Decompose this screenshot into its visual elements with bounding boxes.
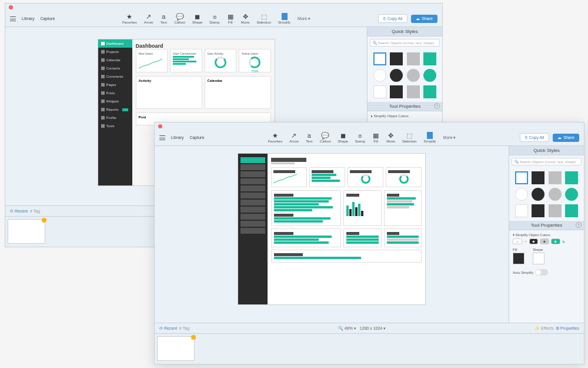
nav-dashboard: Dashboard	[98, 39, 132, 48]
tool-fill[interactable]: ▦Fill	[372, 132, 379, 143]
card-active: Active Users75%	[239, 49, 271, 72]
tool-text[interactable]: aText	[160, 13, 167, 24]
tool-favorites[interactable]: ★Favorites	[268, 132, 282, 143]
shape-icon: ◼	[339, 132, 346, 139]
thumbnail[interactable]	[8, 219, 45, 244]
star-icon: ★	[272, 132, 279, 139]
swatch[interactable]	[515, 171, 528, 184]
callout-icon: 💬	[176, 13, 183, 20]
tag-tab[interactable]: # Tag	[179, 326, 189, 330]
tool-simplify[interactable]: Simplify	[278, 13, 290, 24]
swatch[interactable]	[373, 52, 386, 65]
tool-arrow[interactable]: ↗Arrow	[289, 132, 299, 143]
swatch[interactable]	[532, 188, 544, 201]
swatch[interactable]	[565, 204, 578, 217]
card-conversions: User Conversions	[170, 49, 202, 72]
shape-preview[interactable]	[533, 253, 544, 264]
search-input[interactable]: 🔍 Search Objects (cursor, text, shape)	[370, 39, 440, 47]
close-icon[interactable]	[9, 5, 13, 9]
capture-tab[interactable]: Capture	[40, 16, 55, 21]
copy-all-button[interactable]: ⎘Copy All	[520, 133, 550, 142]
swatch[interactable]	[423, 85, 436, 98]
menu-icon[interactable]	[159, 135, 165, 140]
auto-simplify-toggle[interactable]	[535, 269, 548, 276]
tool-favorites[interactable]: ★Favorites	[122, 13, 137, 24]
copy-all-button[interactable]: ⎘Copy All	[378, 14, 408, 23]
dimensions[interactable]: 1280 x 1024 ▾	[360, 326, 386, 330]
tool-selection[interactable]: ⬚Selection	[402, 132, 417, 143]
recent-tab[interactable]: ⟳ Recent	[10, 209, 28, 213]
swatch[interactable]	[407, 85, 420, 98]
fill-color[interactable]	[513, 253, 524, 264]
swatch[interactable]	[549, 204, 562, 217]
nav-item: Tools	[98, 122, 132, 130]
tool-fill[interactable]: ▦Fill	[227, 13, 234, 24]
tool-selection[interactable]: ⬚Selection	[256, 13, 271, 24]
effects-button[interactable]: ✨ Effects	[534, 326, 553, 330]
nav-item: Posts	[98, 89, 132, 97]
tool-strip: ★Favorites ↗Arrow aText 💬Callout ◼Shape …	[204, 132, 519, 143]
color-map-row: ○→ ■ ■ ■ ↻	[513, 238, 580, 244]
toolbar: Library Capture ★Favorites ↗Arrow aText …	[5, 11, 442, 27]
share-button[interactable]: ☁Share	[553, 134, 579, 142]
map-teal[interactable]: ■	[551, 238, 560, 244]
swatch[interactable]	[373, 85, 386, 98]
source-color[interactable]: ○	[513, 238, 522, 244]
stamp-icon: ⍟	[211, 13, 218, 20]
menu-icon[interactable]	[10, 16, 16, 21]
close-icon[interactable]	[158, 124, 162, 128]
more-button[interactable]: More ▾	[298, 16, 310, 21]
help-icon[interactable]: ?	[434, 103, 440, 109]
refresh-icon[interactable]: ↻	[562, 240, 565, 244]
tool-strip: ★Favorites ↗Arrow aText 💬Callout ◼Shape …	[55, 13, 377, 24]
tool-callout[interactable]: 💬Callout	[320, 132, 331, 143]
nav-item: Comments	[98, 72, 132, 81]
swatch[interactable]	[390, 52, 403, 65]
library-tab[interactable]: Library	[171, 135, 183, 140]
swatch[interactable]	[532, 204, 544, 217]
zoom-control[interactable]: 🔍 48% ▾	[338, 326, 356, 330]
swatch[interactable]	[407, 52, 420, 65]
search-input[interactable]: 🔍 Search Objects (cursor, text, shape)	[512, 158, 582, 165]
capture-tab[interactable]: Capture	[189, 135, 204, 140]
canvas[interactable]	[155, 146, 509, 323]
swatch[interactable]	[423, 69, 436, 82]
map-gray[interactable]: ■	[540, 238, 549, 244]
swatch[interactable]	[532, 171, 544, 184]
recent-tab[interactable]: ⟳ Recent	[159, 326, 177, 330]
swatch[interactable]	[423, 52, 436, 65]
swatch[interactable]	[390, 85, 403, 98]
swatch[interactable]	[549, 188, 562, 201]
more-button[interactable]: More ▾	[443, 135, 456, 140]
properties-button[interactable]: ⚙ Properties	[556, 326, 579, 330]
swatch[interactable]	[407, 69, 420, 82]
thumbnail[interactable]	[157, 336, 195, 361]
tool-arrow[interactable]: ↗Arrow	[144, 13, 153, 24]
tool-move[interactable]: ✥Move	[241, 13, 250, 24]
nav-item: Profile	[98, 114, 132, 122]
tool-callout[interactable]: 💬Callout	[174, 13, 185, 24]
swatch[interactable]	[515, 204, 528, 217]
star-icon: ★	[126, 13, 133, 20]
swatch[interactable]	[373, 69, 386, 82]
library-tab[interactable]: Library	[22, 16, 34, 21]
swatch[interactable]	[565, 188, 578, 201]
card-activity: User Activity	[205, 49, 237, 72]
swatch[interactable]	[515, 188, 528, 201]
tool-shape[interactable]: ◼Shape	[338, 132, 348, 143]
share-button[interactable]: ☁Share	[411, 15, 437, 23]
tool-simplify[interactable]: Simplify	[424, 132, 436, 143]
tool-shape[interactable]: ◼Shape	[192, 13, 202, 24]
tool-stamp[interactable]: ⍟Stamp	[355, 132, 365, 143]
tool-move[interactable]: ✥Move	[386, 132, 395, 143]
swatch[interactable]	[549, 171, 562, 184]
nav-item: Calendar	[98, 56, 132, 64]
tool-text[interactable]: aText	[306, 132, 313, 143]
help-icon[interactable]: ?	[576, 222, 582, 228]
swatch[interactable]	[390, 69, 403, 82]
toolbar: Library Capture ★Favorites ↗Arrow aText …	[155, 130, 584, 146]
map-black[interactable]: ■	[529, 238, 539, 244]
tool-stamp[interactable]: ⍟Stamp	[209, 13, 219, 24]
swatch[interactable]	[565, 171, 578, 184]
tag-tab[interactable]: # Tag	[30, 209, 40, 213]
